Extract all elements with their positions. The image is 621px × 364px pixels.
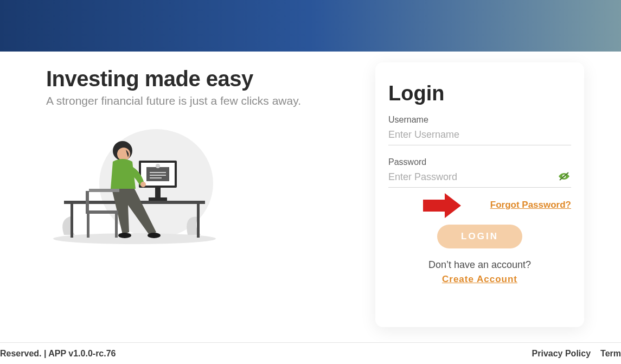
svg-point-8	[156, 164, 160, 168]
svg-rect-13	[149, 197, 167, 201]
svg-point-16	[148, 233, 161, 238]
svg-marker-26	[423, 193, 461, 218]
login-button[interactable]: LOGIN	[437, 225, 522, 248]
create-account-link[interactable]: Create Account	[388, 274, 571, 285]
top-banner	[0, 0, 621, 52]
forgot-row: Forgot Password?	[388, 200, 571, 210]
terms-link[interactable]: Term	[600, 349, 621, 359]
svg-rect-21	[87, 214, 89, 238]
svg-rect-4	[197, 204, 200, 238]
svg-point-17	[118, 233, 131, 238]
footer: Reserved. | APP v1.0.0-rc.76 Privacy Pol…	[0, 342, 621, 364]
password-row	[388, 169, 571, 188]
hero-illustration	[53, 124, 216, 248]
forgot-password-link[interactable]: Forgot Password?	[490, 200, 571, 210]
no-account-text: Don’t have an account?	[388, 259, 571, 271]
svg-rect-3	[71, 204, 73, 238]
username-input[interactable]	[388, 129, 571, 141]
login-title: Login	[388, 82, 571, 105]
svg-rect-20	[89, 189, 119, 192]
login-card: Login Username Password F	[375, 62, 584, 327]
svg-point-15	[140, 182, 146, 187]
arrow-right-icon	[423, 191, 462, 222]
svg-rect-7	[146, 167, 169, 181]
svg-rect-12	[155, 188, 161, 199]
toggle-password-visibility-icon[interactable]	[558, 171, 570, 183]
footer-version: Reserved. | APP v1.0.0-rc.76	[0, 349, 116, 359]
password-input[interactable]	[388, 171, 571, 183]
svg-rect-19	[86, 210, 118, 214]
svg-rect-18	[86, 191, 89, 213]
username-row	[388, 127, 571, 145]
username-label: Username	[388, 115, 571, 125]
privacy-policy-link[interactable]: Privacy Policy	[532, 349, 591, 359]
password-label: Password	[388, 157, 571, 167]
svg-rect-22	[115, 214, 118, 238]
